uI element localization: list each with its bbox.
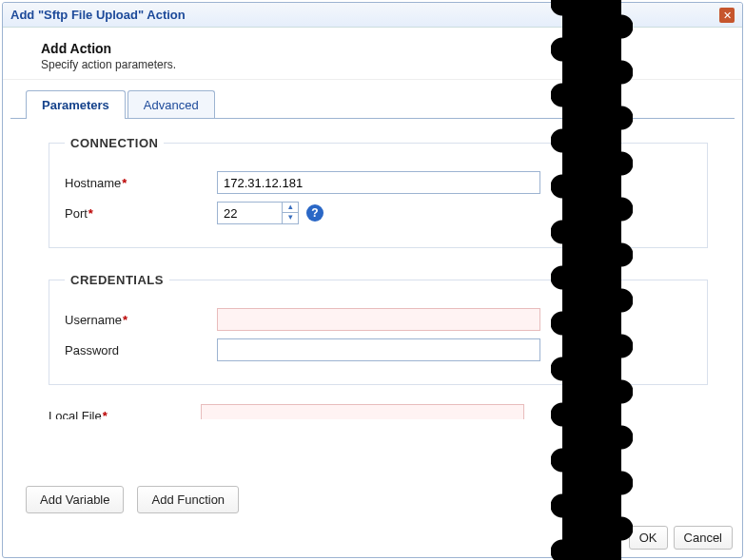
help-icon[interactable]: ? <box>306 204 323 222</box>
tab-advanced[interactable]: Advanced <box>127 90 215 119</box>
toolbar: Add Variable Add Function <box>26 486 239 513</box>
local-file-label: Local File <box>49 409 201 420</box>
username-label: Username <box>65 313 217 327</box>
port-label: Port <box>65 206 217 221</box>
ok-button[interactable]: OK <box>629 526 668 550</box>
dialog-title: Add "Sftp File Upload" Action <box>10 8 186 22</box>
port-spinner: ▴ ▾ <box>217 202 299 224</box>
tab-parameters[interactable]: Parameters <box>26 90 126 119</box>
password-input[interactable] <box>217 338 540 361</box>
port-stepper: ▴ ▾ <box>282 202 299 224</box>
connection-legend: CONNECTION <box>65 136 164 150</box>
add-function-button[interactable]: Add Function <box>137 486 239 513</box>
chevron-down-icon[interactable]: ▾ <box>283 213 298 223</box>
port-input[interactable] <box>217 202 282 224</box>
password-label: Password <box>65 343 217 357</box>
cancel-button[interactable]: Cancel <box>674 526 733 550</box>
add-variable-button[interactable]: Add Variable <box>26 486 124 513</box>
credentials-legend: CREDENTIALS <box>65 273 169 287</box>
hostname-input[interactable] <box>217 171 540 194</box>
hostname-label: Hostname <box>65 176 217 190</box>
torn-edge-overlay <box>562 0 621 560</box>
close-icon[interactable]: ✕ <box>719 8 735 23</box>
dialog-footer: OK Cancel <box>629 526 733 550</box>
username-input[interactable] <box>217 308 540 331</box>
local-file-input[interactable] <box>201 404 524 419</box>
